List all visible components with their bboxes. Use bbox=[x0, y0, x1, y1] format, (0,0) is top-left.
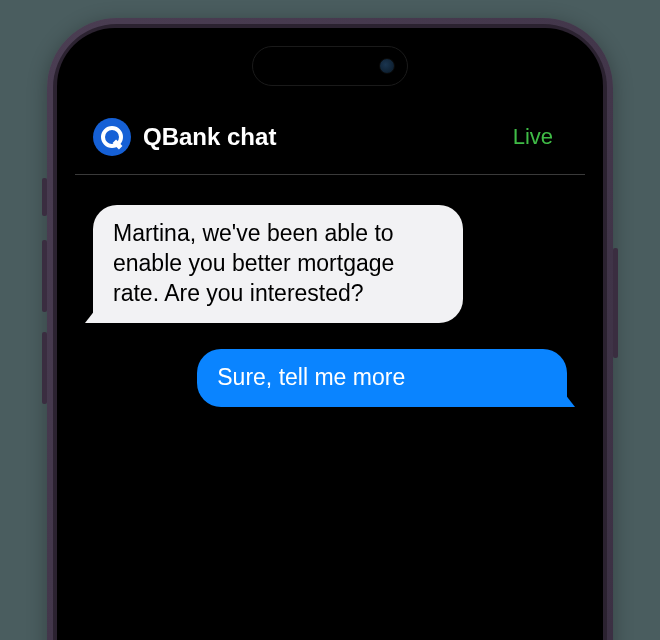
power-button bbox=[613, 248, 618, 358]
silent-switch bbox=[42, 178, 47, 216]
app-title: QBank chat bbox=[143, 123, 276, 151]
chat-header: QBank chat Live bbox=[57, 118, 603, 156]
logo-q-glyph bbox=[101, 126, 123, 148]
phone-screen: QBank chat Live Martina, we've been able… bbox=[57, 28, 603, 640]
chat-bubble-incoming[interactable]: Martina, we've been able to enable you b… bbox=[93, 205, 463, 323]
header-left: QBank chat bbox=[93, 118, 276, 156]
dynamic-island bbox=[252, 46, 408, 86]
status-badge: Live bbox=[513, 124, 553, 150]
front-camera-icon bbox=[379, 58, 395, 74]
qbank-logo-icon bbox=[93, 118, 131, 156]
chat-area[interactable]: Martina, we've been able to enable you b… bbox=[57, 175, 603, 407]
phone-device-frame: QBank chat Live Martina, we've been able… bbox=[47, 18, 613, 640]
volume-up-button bbox=[42, 240, 47, 312]
volume-down-button bbox=[42, 332, 47, 404]
phone-frame-inner: QBank chat Live Martina, we've been able… bbox=[53, 24, 607, 640]
chat-bubble-outgoing[interactable]: Sure, tell me more bbox=[197, 349, 567, 407]
